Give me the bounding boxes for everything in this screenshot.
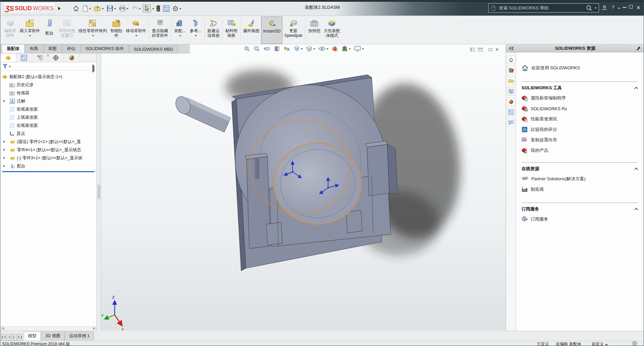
panel-splitter-dot[interactable] [47, 54, 49, 56]
tab-model[interactable]: 模型 [24, 331, 41, 341]
search-input[interactable] [498, 5, 584, 11]
pin-icon[interactable] [636, 46, 641, 51]
zoom-area-button[interactable] [253, 45, 260, 52]
tab-sketch[interactable]: 草图 [43, 44, 62, 53]
tree-item-sensors[interactable]: 传感器 [2, 89, 96, 97]
link-partner-solutions[interactable]: Partner Solutions(解决方案) [522, 176, 638, 182]
tab-evaluate[interactable]: 评估 [62, 44, 80, 53]
search-icon[interactable] [586, 5, 593, 11]
ribbon-button-assembly-features[interactable]: 装配... [172, 17, 188, 44]
status-custom-dropdown[interactable]: 自定义 [592, 341, 608, 346]
link-property-tab-builder[interactable]: 属性标签编制程序 [522, 95, 638, 101]
tree-item-top-plane[interactable]: 上视基准面 [2, 113, 96, 121]
ribbon-button-reference-geometry[interactable]: 参考... [188, 17, 203, 44]
collapse-chevrons-icon[interactable] [509, 46, 514, 50]
status-globe-button[interactable] [632, 341, 637, 346]
ribbon-button-component-preview[interactable]: 零部件预 览窗口 [57, 17, 77, 44]
tab-view-palette[interactable] [507, 87, 515, 95]
next-tab-button[interactable] [12, 334, 17, 341]
ribbon-button-large-assembly-mode[interactable]: 大型装配 体模式 [322, 17, 342, 44]
help-search-box[interactable]: ? [488, 3, 599, 13]
ribbon-button-new-motion-study[interactable]: 新建运 动算例 [206, 17, 221, 44]
section-header-solidworks-tools[interactable]: SOLIDWORKS 工具 [522, 82, 638, 91]
split-view-horizontal-icon[interactable] [478, 48, 483, 51]
link-manufacturers[interactable]: 制造商 [522, 186, 638, 192]
zoom-fit-button[interactable] [244, 45, 250, 52]
tree-item-origin[interactable]: 原点 [2, 130, 96, 138]
tree-filter-bar[interactable] [0, 62, 96, 71]
link-subscription-services[interactable]: SW 订阅服务 [522, 216, 638, 222]
filter-dropdown-arrow[interactable] [9, 66, 11, 68]
login-button[interactable] [602, 5, 607, 10]
panel-expand-arrow[interactable] [92, 66, 94, 72]
display-style-button[interactable] [306, 45, 315, 52]
expand-arrow-icon[interactable] [3, 157, 6, 159]
welcome-link[interactable]: 欢迎使用 SOLIDWORKS [522, 65, 638, 71]
tree-item-right-plane[interactable]: 右视基准面 [2, 121, 96, 130]
panel-horizontal-scrollbar[interactable] [0, 326, 97, 330]
ribbon-button-edit-component[interactable]: 编辑零 部件 [2, 17, 18, 44]
doc-close-button[interactable]: ✕ [495, 47, 499, 52]
tree-item-mates[interactable]: 配合 [2, 162, 96, 170]
apply-scene-button[interactable] [341, 45, 351, 52]
section-header-online-resources[interactable]: 在线资源 [522, 162, 638, 172]
tab-appearances-scenes[interactable] [507, 98, 515, 106]
shaft-part[interactable] [173, 94, 231, 132]
section-view-button[interactable] [274, 45, 280, 52]
tab-configurationmanager[interactable] [32, 53, 48, 62]
link-solidworks-rx[interactable]: Rx SOLIDWORKS Rx [522, 106, 638, 112]
tab-custom-properties[interactable] [507, 108, 515, 116]
ribbon-button-show-hidden-components[interactable]: 显示隐藏 的零部件 [150, 17, 170, 44]
hide-show-items-button[interactable] [318, 45, 328, 52]
tab-layout[interactable]: 布局 [25, 44, 43, 53]
viewport-3d-scene[interactable]: Z Y X [101, 44, 506, 330]
last-tab-button[interactable] [17, 334, 22, 341]
tab-dimxpertmanager[interactable] [48, 53, 64, 62]
expand-arrow-icon[interactable] [3, 165, 6, 167]
ribbon-button-bill-of-materials[interactable]: 材料明 细表 [224, 17, 239, 44]
ribbon-button-take-snapshot[interactable]: 拍快照 [306, 17, 322, 44]
tab-assembly[interactable]: 装配体 [2, 44, 25, 53]
tree-item-annotations[interactable]: A 注解 [2, 97, 96, 105]
ribbon-button-linear-component-pattern[interactable]: 线性零部件阵列 [77, 17, 109, 44]
tree-item-history[interactable]: 历史记录 [2, 81, 96, 89]
expand-arrow-icon[interactable] [3, 140, 6, 143]
previous-view-button[interactable] [263, 45, 271, 52]
first-tab-button[interactable] [1, 334, 6, 341]
close-button[interactable]: ✕ [636, 5, 641, 11]
tab-propertymanager[interactable] [16, 53, 32, 62]
ribbon-button-update-speedpak[interactable]: 更新 Speedpak [282, 17, 304, 44]
ribbon-button-insert-components[interactable]: 插入零部件 [18, 17, 42, 44]
view-orientation-button[interactable] [293, 45, 303, 52]
tab-solidworks-forum[interactable] [507, 119, 515, 127]
expand-arrow-icon[interactable] [3, 148, 6, 151]
maximize-button[interactable] [629, 5, 633, 8]
tree-root-assembly[interactable]: 装配体2 (默认<显示状态-1>) [2, 73, 96, 81]
expand-arrow-icon[interactable] [3, 100, 6, 102]
tab-solidworks-mbd[interactable]: SOLIDWORKS MBD [129, 45, 178, 53]
ribbon-button-exploded-view[interactable]: 爆炸视图 [242, 17, 261, 44]
ribbon-button-instant3d[interactable]: Instant3D [261, 17, 282, 44]
tree-item-part3[interactable]: (-) 零件3<1> (默认<<默认>_显示状 [2, 154, 96, 162]
annotation-visibility-button[interactable]: A [283, 45, 290, 52]
previous-tab-button[interactable] [6, 334, 12, 341]
ribbon-button-smart-fasteners[interactable]: 智能扣 件 [109, 17, 124, 44]
tree-item-part1[interactable]: (固定) 零件1<1> (默认<<默认>_显 [2, 138, 96, 146]
tab-motion-study-1[interactable]: 运动算例 1 [65, 331, 94, 341]
link-performance-benchmark[interactable]: 性能基准测试 [522, 116, 638, 122]
tab-solidworks-resources[interactable] [507, 56, 515, 64]
tree-item-part4[interactable]: 零件4<1> (默认<<默认>_显示状态 [2, 146, 96, 154]
tree-item-front-plane[interactable]: 前视基准面 [2, 105, 96, 113]
rollback-bar[interactable] [2, 171, 94, 172]
edit-appearance-button[interactable] [331, 45, 338, 52]
panel-splitter-handle[interactable] [98, 185, 100, 199]
link-my-products[interactable]: 我的产品 [522, 147, 638, 154]
section-header-subscription[interactable]: 订阅服务 [522, 203, 638, 212]
minimize-button[interactable] [623, 4, 626, 8]
link-compare-my-score[interactable]: 比较我的评分 [522, 126, 638, 133]
help-dropdown-arrow[interactable] [618, 8, 620, 10]
split-view-icon[interactable] [470, 48, 475, 51]
doc-restore-button[interactable] [489, 46, 492, 52]
view-settings-button[interactable] [354, 45, 364, 52]
tab-design-library[interactable] [507, 66, 515, 74]
